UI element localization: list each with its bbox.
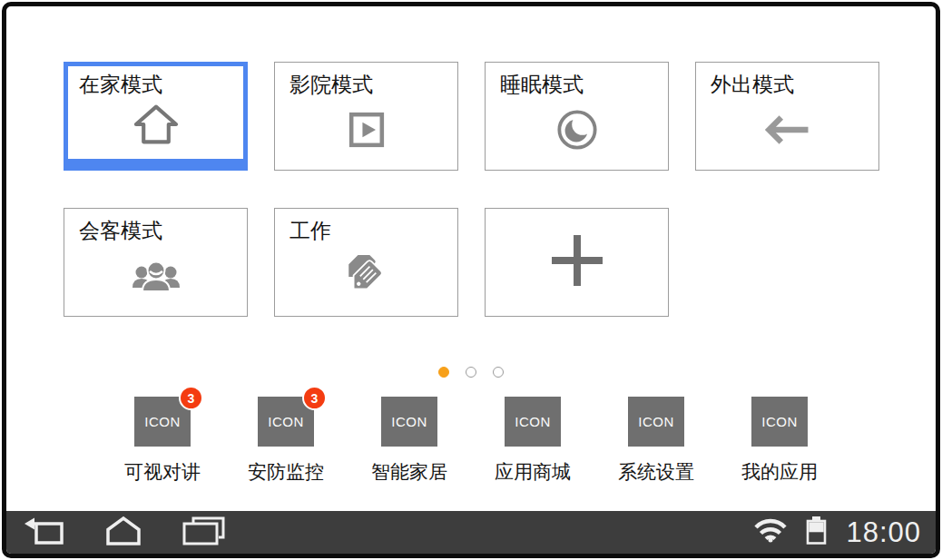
app-security-monitor[interactable]: ICON 3 安防监控: [224, 397, 348, 485]
app-tile: ICON: [505, 397, 561, 447]
mode-card-at-home[interactable]: 在家模式: [64, 62, 248, 171]
arrow-left-icon: [764, 113, 811, 150]
home-button[interactable]: [104, 516, 142, 549]
mode-card-guest[interactable]: 会客模式: [64, 208, 248, 317]
notification-badge: 3: [179, 386, 203, 410]
mode-grid: 在家模式 影院模式 睡眠模式 外出模式 会客模式: [64, 62, 879, 317]
recents-button[interactable]: [181, 516, 226, 550]
app-tile: ICON: [751, 397, 808, 447]
home-icon: [132, 103, 180, 149]
icon-placeholder: ICON: [638, 414, 674, 429]
tags-icon: [346, 255, 388, 300]
mode-card-sleep[interactable]: 睡眠模式: [485, 62, 669, 171]
home-nav-icon: [104, 516, 142, 549]
tablet-frame: 在家模式 影院模式 睡眠模式 外出模式 会客模式: [2, 2, 940, 558]
mode-card-label: 外出模式: [696, 63, 878, 96]
mode-card-add[interactable]: [485, 208, 669, 317]
page-dot-1[interactable]: [438, 367, 449, 378]
icon-placeholder: ICON: [761, 414, 798, 429]
icon-placeholder: ICON: [144, 414, 181, 429]
mode-card-work[interactable]: 工作: [274, 208, 458, 317]
app-tile: ICON 3: [134, 397, 191, 447]
mode-card-label: 会客模式: [64, 209, 247, 242]
battery-icon: [806, 516, 827, 548]
app-label: 系统设置: [618, 459, 694, 485]
app-system-settings[interactable]: ICON 系统设置: [594, 397, 718, 485]
mode-card-label: 工作: [275, 209, 457, 242]
app-tile: ICON: [381, 397, 437, 447]
page-dot-2[interactable]: [466, 367, 476, 378]
navigation-bar: 18:00: [6, 511, 936, 554]
app-tile: ICON 3: [258, 397, 314, 447]
app-label: 应用商城: [495, 459, 571, 485]
app-video-intercom[interactable]: ICON 3 可视对讲: [101, 397, 224, 485]
icon-placeholder: ICON: [268, 414, 304, 429]
wifi-icon: [754, 518, 787, 546]
app-my-apps[interactable]: ICON 我的应用: [718, 397, 841, 485]
recents-icon: [181, 516, 226, 550]
people-icon: [132, 259, 181, 297]
mode-card-label: 睡眠模式: [486, 63, 668, 96]
mode-card-cinema[interactable]: 影院模式: [274, 62, 458, 171]
plus-icon: [550, 233, 604, 291]
app-label: 安防监控: [248, 459, 324, 485]
back-button[interactable]: [25, 516, 66, 549]
notification-badge: 3: [302, 386, 327, 410]
app-dock: ICON 3 可视对讲 ICON 3 安防监控 ICON 智能家居 ICON 应…: [101, 397, 841, 485]
app-label: 我的应用: [741, 459, 818, 485]
page-dot-3[interactable]: [493, 367, 504, 378]
icon-placeholder: ICON: [391, 414, 427, 429]
app-label: 可视对讲: [124, 459, 201, 485]
mode-card-label: 在家模式: [68, 66, 243, 96]
mode-card-label: 影院模式: [275, 63, 457, 96]
app-app-store[interactable]: ICON 应用商城: [471, 397, 594, 485]
mode-card-away[interactable]: 外出模式: [695, 62, 879, 171]
clock: 18:00: [846, 516, 921, 549]
moon-icon: [556, 109, 598, 154]
app-tile: ICON: [628, 397, 684, 447]
back-icon: [25, 516, 66, 549]
play-icon: [348, 112, 385, 152]
icon-placeholder: ICON: [515, 414, 551, 429]
app-label: 智能家居: [371, 459, 447, 485]
page-indicator: [6, 367, 936, 378]
app-smart-home[interactable]: ICON 智能家居: [348, 397, 471, 485]
